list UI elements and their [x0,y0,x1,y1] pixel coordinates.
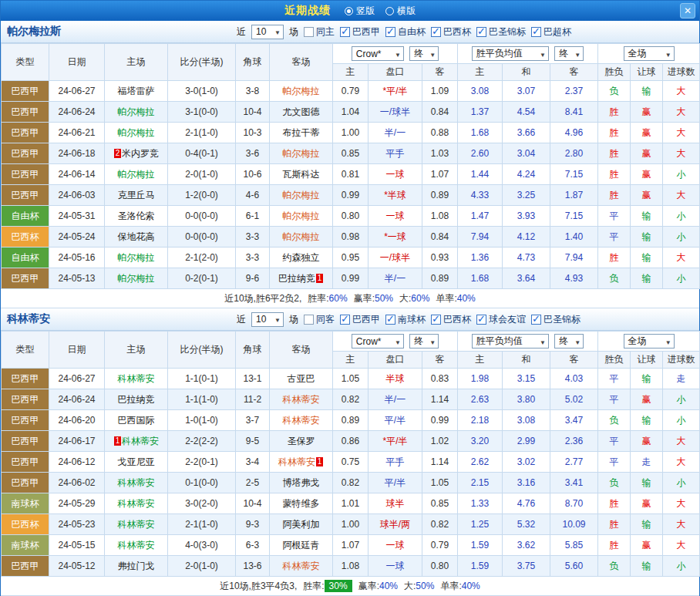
home-team-cell: 科林蒂安 [105,493,168,514]
team-name: 科林蒂安 [7,312,50,326]
euro-draw-cell: 5.32 [503,514,550,535]
euro-home-cell: 1.68 [458,123,503,143]
odds-time-select[interactable]: 终 [409,334,439,349]
home-water-cell: 0.89 [333,410,369,431]
chevron-down-icon [574,49,581,59]
goals-result-cell: 小 [663,268,700,289]
radio-horizontal[interactable]: 横版 [385,5,416,18]
home-team-cell: 克里丘马 [105,185,168,206]
col-home-water: 主 [333,64,369,81]
league-cell: 自由杯 [2,247,49,268]
away-team-cell: 科林蒂安1 [270,452,333,473]
handicap-cell: 半/一 [369,268,422,289]
euro-home-cell: 2.18 [458,410,503,431]
team-summary: 近10场,胜6平2负2,胜率:60%赢率:50%大:60%单率:40% [1,289,699,308]
close-button[interactable]: ✕ [680,3,695,19]
handicap-cell: 平手 [369,452,422,473]
col-corner: 角球 [236,332,270,369]
score-cell: 3-1(0-0) [168,102,236,123]
league-checkbox[interactable]: 巴超杯 [531,25,571,39]
team-text: 科林蒂安 [118,477,155,488]
league-filter-group: 巴西甲自由杯巴西杯巴圣锦标巴超杯 [340,25,571,39]
league-checkbox[interactable]: 球会友谊 [476,313,526,326]
away-water-cell: 0.89 [422,185,458,206]
corner-cell: 3-6 [236,143,270,164]
euro-home-cell: 1.98 [458,369,503,389]
euro-time-select[interactable]: 终 [554,46,584,61]
bookmaker-select[interactable]: Crow* [352,334,404,349]
summary-item: 大:50% [404,580,434,593]
same-venue-checkbox[interactable]: 同客 [304,313,335,326]
league-checkbox[interactable]: 巴圣锦标 [531,313,581,326]
home-water-cell: 1.00 [333,123,369,143]
ah-result-cell: 赢 [631,431,663,452]
league-checkbox[interactable]: 巴西甲 [340,313,380,326]
team-text: 福塔雷萨 [118,86,155,96]
handicap-cell: 平手 [369,143,422,164]
goals-result-cell: 小 [663,164,700,185]
home-water-cell: 0.82 [333,473,369,493]
chevron-down-icon [540,336,546,347]
euro-home-cell: 1.59 [458,535,503,556]
match-count-select[interactable]: 10 [251,312,284,327]
radio-vertical[interactable]: 竖版 [345,5,375,18]
euro-avg-select[interactable]: 胜平负均值 [472,46,549,61]
full-match-select[interactable]: 全场 [624,334,675,349]
euro-draw-cell: 4.76 [503,493,550,514]
team-text: 帕尔梅拉 [283,148,320,159]
team-text: 帕尔梅拉 [118,127,155,138]
league-cell: 巴西甲 [2,102,49,123]
same-venue-checkbox[interactable]: 同主 [304,25,335,39]
match-count-select[interactable]: 10 [251,25,284,39]
checked-checkbox-icon [476,315,486,325]
col-euro-away: 客 [550,64,598,81]
ah-result-cell: 赢 [631,493,663,514]
away-team-cell: 巴拉纳竞1 [270,268,333,289]
league-checkbox[interactable]: 巴西杯 [431,313,471,326]
result-cell: 负 [598,473,631,493]
league-cell: 巴西甲 [2,164,49,185]
corner-cell: 13-1 [236,369,270,389]
summary-label: 赢率: [358,581,379,591]
league-checkbox[interactable]: 巴圣锦标 [476,25,526,39]
home-team-cell: 1科林蒂安 [105,431,168,452]
red-card-badge: 2 [114,149,121,158]
asian-odds-controls: Crow* 终 [333,44,458,64]
summary-value: 60% [329,293,348,304]
corner-cell: 3-3 [236,247,270,268]
titlebar: 近期战绩 竖版 横版 ✕ [1,1,699,21]
team-text: 巴西国际 [118,415,155,426]
home-water-cell: 1.07 [333,535,369,556]
league-checkbox[interactable]: 自由杯 [385,25,426,39]
away-team-cell: 阿美利加 [270,514,333,535]
ah-result-cell: 赢 [631,123,663,143]
handicap-cell: *一球 [369,227,422,247]
odds-time-select[interactable]: 终 [409,46,439,61]
match-row: 巴西甲24-06-27福塔雷萨3-0(1-0)3-8帕尔梅拉0.79*平/半1.… [2,81,700,102]
score-cell: 2-1(2-0) [168,247,236,268]
corner-cell: 9-5 [236,431,270,452]
goals-result-cell: 大 [663,431,700,452]
league-checkbox[interactable]: 南球杯 [385,313,426,326]
league-checkbox[interactable]: 巴西杯 [431,25,471,39]
home-water-cell: 0.75 [333,452,369,473]
bookmaker-select[interactable]: Crow* [352,46,404,61]
handicap-cell: *平/半 [369,81,422,102]
league-cell: 巴西甲 [2,431,49,452]
league-checkbox[interactable]: 巴西甲 [340,25,380,39]
result-cell: 胜 [598,102,631,123]
col-away: 客场 [270,332,333,369]
chevron-down-icon [395,49,401,59]
away-water-cell: 0.83 [422,369,458,389]
date-cell: 24-06-03 [49,185,105,206]
radio-selected-icon [345,7,353,15]
full-match-select[interactable]: 全场 [624,46,675,61]
home-team-cell: 福塔雷萨 [105,81,168,102]
euro-time-select[interactable]: 终 [554,334,584,349]
euro-away-cell: 5.60 [550,556,598,577]
home-team-cell: 帕尔梅拉 [105,164,168,185]
team-text: 帕尔梅拉 [283,231,320,242]
ah-result-cell: 输 [631,268,663,289]
ah-result-cell: 赢 [631,143,663,164]
euro-avg-select[interactable]: 胜平负均值 [472,334,549,349]
